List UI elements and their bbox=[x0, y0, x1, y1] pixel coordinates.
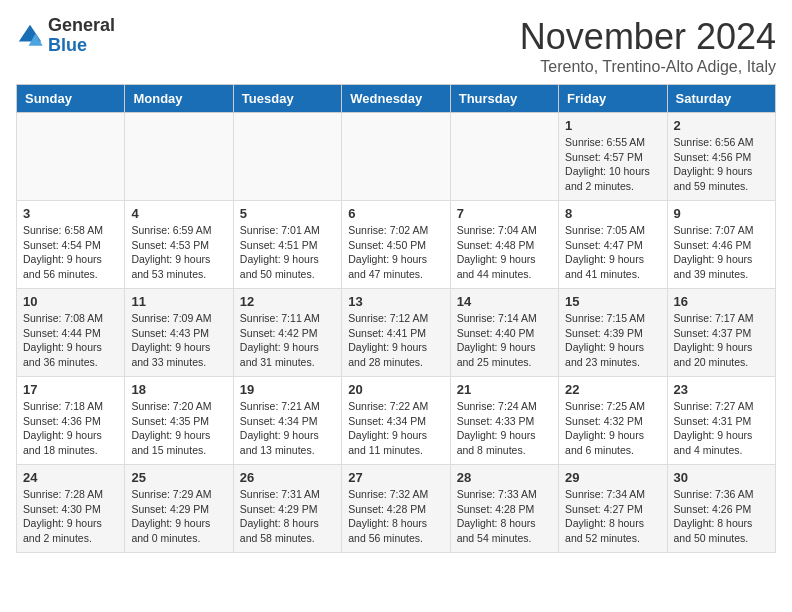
cell-info: Sunrise: 7:32 AM Sunset: 4:28 PM Dayligh… bbox=[348, 487, 443, 546]
cell-info: Sunrise: 7:15 AM Sunset: 4:39 PM Dayligh… bbox=[565, 311, 660, 370]
calendar-week-3: 10Sunrise: 7:08 AM Sunset: 4:44 PM Dayli… bbox=[17, 289, 776, 377]
cell-info: Sunrise: 7:34 AM Sunset: 4:27 PM Dayligh… bbox=[565, 487, 660, 546]
cell-info: Sunrise: 7:11 AM Sunset: 4:42 PM Dayligh… bbox=[240, 311, 335, 370]
calendar-cell: 7Sunrise: 7:04 AM Sunset: 4:48 PM Daylig… bbox=[450, 201, 558, 289]
calendar-week-4: 17Sunrise: 7:18 AM Sunset: 4:36 PM Dayli… bbox=[17, 377, 776, 465]
calendar-cell bbox=[450, 113, 558, 201]
calendar-cell: 21Sunrise: 7:24 AM Sunset: 4:33 PM Dayli… bbox=[450, 377, 558, 465]
cell-info: Sunrise: 7:05 AM Sunset: 4:47 PM Dayligh… bbox=[565, 223, 660, 282]
logo-blue: Blue bbox=[48, 36, 115, 56]
calendar-cell: 27Sunrise: 7:32 AM Sunset: 4:28 PM Dayli… bbox=[342, 465, 450, 553]
cell-info: Sunrise: 7:14 AM Sunset: 4:40 PM Dayligh… bbox=[457, 311, 552, 370]
day-number: 19 bbox=[240, 382, 335, 397]
calendar-cell: 15Sunrise: 7:15 AM Sunset: 4:39 PM Dayli… bbox=[559, 289, 667, 377]
title-area: November 2024 Terento, Trentino-Alto Adi… bbox=[520, 16, 776, 76]
cell-info: Sunrise: 7:27 AM Sunset: 4:31 PM Dayligh… bbox=[674, 399, 769, 458]
day-number: 21 bbox=[457, 382, 552, 397]
cell-info: Sunrise: 6:59 AM Sunset: 4:53 PM Dayligh… bbox=[131, 223, 226, 282]
header-row: SundayMondayTuesdayWednesdayThursdayFrid… bbox=[17, 85, 776, 113]
cell-info: Sunrise: 7:22 AM Sunset: 4:34 PM Dayligh… bbox=[348, 399, 443, 458]
calendar-cell: 19Sunrise: 7:21 AM Sunset: 4:34 PM Dayli… bbox=[233, 377, 341, 465]
day-number: 22 bbox=[565, 382, 660, 397]
calendar-cell: 8Sunrise: 7:05 AM Sunset: 4:47 PM Daylig… bbox=[559, 201, 667, 289]
col-header-friday: Friday bbox=[559, 85, 667, 113]
day-number: 24 bbox=[23, 470, 118, 485]
calendar-cell: 24Sunrise: 7:28 AM Sunset: 4:30 PM Dayli… bbox=[17, 465, 125, 553]
calendar-week-2: 3Sunrise: 6:58 AM Sunset: 4:54 PM Daylig… bbox=[17, 201, 776, 289]
cell-info: Sunrise: 7:36 AM Sunset: 4:26 PM Dayligh… bbox=[674, 487, 769, 546]
calendar-cell: 12Sunrise: 7:11 AM Sunset: 4:42 PM Dayli… bbox=[233, 289, 341, 377]
day-number: 20 bbox=[348, 382, 443, 397]
calendar-cell bbox=[233, 113, 341, 201]
subtitle: Terento, Trentino-Alto Adige, Italy bbox=[520, 58, 776, 76]
calendar-cell: 14Sunrise: 7:14 AM Sunset: 4:40 PM Dayli… bbox=[450, 289, 558, 377]
day-number: 10 bbox=[23, 294, 118, 309]
calendar-cell: 22Sunrise: 7:25 AM Sunset: 4:32 PM Dayli… bbox=[559, 377, 667, 465]
day-number: 29 bbox=[565, 470, 660, 485]
day-number: 23 bbox=[674, 382, 769, 397]
day-number: 7 bbox=[457, 206, 552, 221]
cell-info: Sunrise: 7:01 AM Sunset: 4:51 PM Dayligh… bbox=[240, 223, 335, 282]
logo-icon bbox=[16, 22, 44, 50]
calendar-cell: 9Sunrise: 7:07 AM Sunset: 4:46 PM Daylig… bbox=[667, 201, 775, 289]
day-number: 26 bbox=[240, 470, 335, 485]
cell-info: Sunrise: 7:08 AM Sunset: 4:44 PM Dayligh… bbox=[23, 311, 118, 370]
calendar-cell: 20Sunrise: 7:22 AM Sunset: 4:34 PM Dayli… bbox=[342, 377, 450, 465]
day-number: 3 bbox=[23, 206, 118, 221]
calendar-cell bbox=[17, 113, 125, 201]
day-number: 11 bbox=[131, 294, 226, 309]
calendar-cell: 3Sunrise: 6:58 AM Sunset: 4:54 PM Daylig… bbox=[17, 201, 125, 289]
day-number: 2 bbox=[674, 118, 769, 133]
cell-info: Sunrise: 6:58 AM Sunset: 4:54 PM Dayligh… bbox=[23, 223, 118, 282]
day-number: 15 bbox=[565, 294, 660, 309]
calendar-week-5: 24Sunrise: 7:28 AM Sunset: 4:30 PM Dayli… bbox=[17, 465, 776, 553]
day-number: 1 bbox=[565, 118, 660, 133]
logo-text: General Blue bbox=[48, 16, 115, 56]
cell-info: Sunrise: 7:21 AM Sunset: 4:34 PM Dayligh… bbox=[240, 399, 335, 458]
col-header-sunday: Sunday bbox=[17, 85, 125, 113]
col-header-thursday: Thursday bbox=[450, 85, 558, 113]
calendar-week-1: 1Sunrise: 6:55 AM Sunset: 4:57 PM Daylig… bbox=[17, 113, 776, 201]
calendar-cell: 13Sunrise: 7:12 AM Sunset: 4:41 PM Dayli… bbox=[342, 289, 450, 377]
cell-info: Sunrise: 7:04 AM Sunset: 4:48 PM Dayligh… bbox=[457, 223, 552, 282]
day-number: 17 bbox=[23, 382, 118, 397]
calendar-cell: 5Sunrise: 7:01 AM Sunset: 4:51 PM Daylig… bbox=[233, 201, 341, 289]
day-number: 9 bbox=[674, 206, 769, 221]
day-number: 14 bbox=[457, 294, 552, 309]
cell-info: Sunrise: 7:07 AM Sunset: 4:46 PM Dayligh… bbox=[674, 223, 769, 282]
calendar-cell: 10Sunrise: 7:08 AM Sunset: 4:44 PM Dayli… bbox=[17, 289, 125, 377]
logo: General Blue bbox=[16, 16, 115, 56]
month-title: November 2024 bbox=[520, 16, 776, 58]
day-number: 28 bbox=[457, 470, 552, 485]
cell-info: Sunrise: 7:17 AM Sunset: 4:37 PM Dayligh… bbox=[674, 311, 769, 370]
calendar-body: 1Sunrise: 6:55 AM Sunset: 4:57 PM Daylig… bbox=[17, 113, 776, 553]
cell-info: Sunrise: 7:28 AM Sunset: 4:30 PM Dayligh… bbox=[23, 487, 118, 546]
day-number: 27 bbox=[348, 470, 443, 485]
cell-info: Sunrise: 7:02 AM Sunset: 4:50 PM Dayligh… bbox=[348, 223, 443, 282]
cell-info: Sunrise: 7:12 AM Sunset: 4:41 PM Dayligh… bbox=[348, 311, 443, 370]
logo-general: General bbox=[48, 16, 115, 36]
cell-info: Sunrise: 7:18 AM Sunset: 4:36 PM Dayligh… bbox=[23, 399, 118, 458]
cell-info: Sunrise: 7:31 AM Sunset: 4:29 PM Dayligh… bbox=[240, 487, 335, 546]
calendar-cell: 30Sunrise: 7:36 AM Sunset: 4:26 PM Dayli… bbox=[667, 465, 775, 553]
calendar-cell: 26Sunrise: 7:31 AM Sunset: 4:29 PM Dayli… bbox=[233, 465, 341, 553]
cell-info: Sunrise: 7:25 AM Sunset: 4:32 PM Dayligh… bbox=[565, 399, 660, 458]
day-number: 30 bbox=[674, 470, 769, 485]
col-header-monday: Monday bbox=[125, 85, 233, 113]
cell-info: Sunrise: 7:29 AM Sunset: 4:29 PM Dayligh… bbox=[131, 487, 226, 546]
calendar-cell: 2Sunrise: 6:56 AM Sunset: 4:56 PM Daylig… bbox=[667, 113, 775, 201]
calendar-cell: 18Sunrise: 7:20 AM Sunset: 4:35 PM Dayli… bbox=[125, 377, 233, 465]
cell-info: Sunrise: 7:24 AM Sunset: 4:33 PM Dayligh… bbox=[457, 399, 552, 458]
calendar-cell: 17Sunrise: 7:18 AM Sunset: 4:36 PM Dayli… bbox=[17, 377, 125, 465]
calendar-cell: 11Sunrise: 7:09 AM Sunset: 4:43 PM Dayli… bbox=[125, 289, 233, 377]
col-header-saturday: Saturday bbox=[667, 85, 775, 113]
calendar-cell: 29Sunrise: 7:34 AM Sunset: 4:27 PM Dayli… bbox=[559, 465, 667, 553]
cell-info: Sunrise: 6:56 AM Sunset: 4:56 PM Dayligh… bbox=[674, 135, 769, 194]
calendar-cell: 6Sunrise: 7:02 AM Sunset: 4:50 PM Daylig… bbox=[342, 201, 450, 289]
calendar-cell bbox=[342, 113, 450, 201]
cell-info: Sunrise: 7:33 AM Sunset: 4:28 PM Dayligh… bbox=[457, 487, 552, 546]
day-number: 12 bbox=[240, 294, 335, 309]
calendar-cell: 23Sunrise: 7:27 AM Sunset: 4:31 PM Dayli… bbox=[667, 377, 775, 465]
day-number: 18 bbox=[131, 382, 226, 397]
day-number: 5 bbox=[240, 206, 335, 221]
